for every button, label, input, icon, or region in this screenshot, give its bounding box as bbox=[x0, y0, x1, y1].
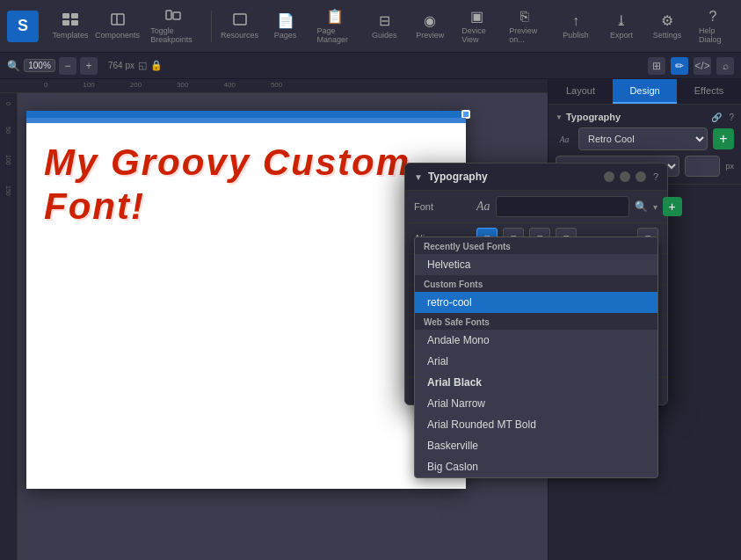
font-aa-icon: Aa bbox=[556, 135, 573, 144]
toolbar-pages[interactable]: 📄 Pages bbox=[265, 9, 307, 43]
ruler-horizontal: 0 100 200 300 400 500 bbox=[0, 79, 548, 93]
collapse-icon[interactable]: ▼ bbox=[556, 113, 563, 121]
font-name-input[interactable] bbox=[496, 196, 629, 217]
font-select-row: Aa Retro Cool + bbox=[556, 127, 734, 150]
app-logo[interactable]: S bbox=[7, 11, 39, 42]
guides-label: Guides bbox=[372, 31, 397, 40]
page-canvas: My Groovy Custom Font! bbox=[26, 111, 466, 489]
add-font-btn[interactable]: + bbox=[713, 128, 734, 149]
toolbar-components[interactable]: Components bbox=[95, 10, 140, 43]
zoom-control: 🔍 − + bbox=[7, 57, 98, 75]
toolbar-preview[interactable]: ◉ Preview bbox=[409, 9, 451, 43]
export-icon: ⤓ bbox=[615, 12, 627, 29]
tab-layout[interactable]: Layout bbox=[548, 79, 613, 104]
font-option-baskerville[interactable]: Baskerville bbox=[415, 435, 657, 456]
toolbar-divider-1 bbox=[211, 11, 212, 42]
canvas-width-label: 764 px bbox=[108, 61, 134, 70]
search-panel-btn[interactable]: ⌕ bbox=[716, 57, 734, 75]
web-safe-section-header: Web Safe Fonts bbox=[415, 313, 657, 330]
components-label: Components bbox=[95, 31, 140, 40]
font-option-arial-rounded[interactable]: Arial Rounded MT Bold bbox=[415, 414, 657, 435]
zoom-input[interactable] bbox=[24, 59, 55, 72]
toolbar-page-manager[interactable]: 📋 Page Manager bbox=[310, 4, 360, 47]
toolbar-device-view[interactable]: ▣ Device View bbox=[454, 4, 498, 47]
toolbar-publish[interactable]: ↑ Publish bbox=[555, 10, 597, 43]
add-font-floating-btn[interactable]: + bbox=[663, 197, 682, 216]
toolbar-guides[interactable]: ⊟ Guides bbox=[363, 9, 405, 43]
toolbar-help[interactable]: ? Help Dialog bbox=[692, 5, 734, 47]
font-option-arial-black[interactable]: Arial Black bbox=[415, 372, 657, 393]
font-size-input[interactable] bbox=[685, 156, 720, 177]
grid-view-btn[interactable]: ⊞ bbox=[648, 57, 665, 75]
device-view-icon: ▣ bbox=[470, 8, 483, 25]
typography-help-icon[interactable]: ? bbox=[729, 113, 734, 122]
zoom-out-btn[interactable]: − bbox=[59, 57, 76, 75]
toolbar-export[interactable]: ⤓ Export bbox=[600, 9, 643, 43]
code-view-btn[interactable]: </> bbox=[694, 57, 711, 75]
publish-label: Publish bbox=[563, 31, 589, 40]
tab-design[interactable]: Design bbox=[613, 79, 677, 104]
preview-icon: ◉ bbox=[424, 12, 436, 29]
zoom-in-btn[interactable]: + bbox=[80, 57, 98, 75]
components-icon bbox=[111, 13, 125, 29]
font-option-andale-mono[interactable]: Andale Mono bbox=[415, 330, 657, 351]
typography-panel-body: Font Aa 🔍 ▾ + Recently Used Fonts Helvet… bbox=[405, 191, 667, 404]
svg-rect-0 bbox=[62, 13, 69, 18]
size-unit: px bbox=[725, 162, 734, 171]
svg-rect-7 bbox=[173, 12, 180, 19]
toolbar-breakpoints[interactable]: Toggle Breakpoints bbox=[143, 5, 204, 47]
resources-icon bbox=[233, 13, 247, 29]
page-manager-icon: 📋 bbox=[326, 8, 344, 25]
font-option-big-caslon[interactable]: Big Caslon bbox=[415, 456, 657, 477]
svg-rect-3 bbox=[71, 20, 78, 25]
lock-icon: 🔒 bbox=[150, 60, 163, 71]
preview-label: Preview bbox=[416, 31, 444, 40]
typography-panel-header[interactable]: ▼ Typography ? bbox=[405, 164, 667, 191]
font-input-row: Font Aa 🔍 ▾ + Recently Used Fonts Helvet… bbox=[405, 191, 667, 223]
design-mode-btn[interactable]: ✏ bbox=[671, 57, 688, 75]
win-btn-1 bbox=[604, 171, 614, 182]
secondary-toolbar: 🔍 − + 764 px ◱ 🔒 ⊞ ✏ </> ⌕ bbox=[0, 53, 741, 79]
guides-icon: ⊟ bbox=[379, 12, 390, 29]
typography-floating-panel: ▼ Typography ? Font Aa 🔍 ▾ + Recently Us… bbox=[404, 163, 668, 405]
font-option-retro-cool[interactable]: retro-cool bbox=[415, 292, 657, 313]
font-option-helvetica[interactable]: Helvetica bbox=[415, 254, 657, 275]
svg-rect-8 bbox=[234, 14, 246, 25]
breakpoints-icon bbox=[165, 9, 181, 25]
preview-on-label: Preview on... bbox=[509, 26, 541, 44]
typography-panel-title: Typography bbox=[428, 171, 488, 183]
settings-label: Settings bbox=[653, 31, 682, 40]
page-content: My Groovy Custom Font! bbox=[26, 123, 466, 247]
svg-rect-6 bbox=[166, 11, 171, 19]
typography-section-title: Typography bbox=[566, 112, 621, 122]
toolbar-settings[interactable]: ⚙ Settings bbox=[646, 9, 688, 43]
page-manager-label: Page Manager bbox=[317, 26, 353, 44]
breakpoints-label: Toggle Breakpoints bbox=[150, 26, 197, 44]
search-icon: 🔍 bbox=[635, 200, 648, 213]
font-dropdown: Recently Used Fonts Helvetica Custom Fon… bbox=[414, 236, 658, 478]
help-label: Help Dialog bbox=[699, 26, 727, 44]
zoom-icon: 🔍 bbox=[7, 60, 20, 72]
typography-link-icon[interactable]: 🔗 bbox=[711, 113, 722, 122]
recently-used-section-header: Recently Used Fonts bbox=[415, 237, 657, 254]
panel-collapse-icon[interactable]: ▼ bbox=[414, 172, 423, 182]
export-label: Export bbox=[610, 31, 633, 40]
svg-rect-2 bbox=[62, 20, 69, 25]
font-option-arial[interactable]: Arial bbox=[415, 351, 657, 372]
toolbar-preview-on[interactable]: ⎘ Preview on... bbox=[502, 5, 548, 47]
panel-help-btn[interactable]: ? bbox=[653, 171, 658, 182]
pages-icon: 📄 bbox=[277, 12, 294, 29]
dropdown-arrow-icon[interactable]: ▾ bbox=[653, 202, 657, 212]
font-select-dropdown[interactable]: Retro Cool bbox=[578, 127, 708, 150]
tab-effects[interactable]: Effects bbox=[677, 79, 741, 104]
win-btn-3 bbox=[636, 171, 646, 182]
preview-on-icon: ⎘ bbox=[520, 9, 529, 25]
font-option-arial-narrow[interactable]: Arial Narrow bbox=[415, 393, 657, 414]
toolbar-resources[interactable]: Resources bbox=[219, 10, 261, 43]
templates-label: Templates bbox=[52, 31, 88, 40]
publish-icon: ↑ bbox=[572, 13, 579, 29]
typography-title-row: ▼ Typography bbox=[414, 171, 488, 183]
toolbar-templates[interactable]: Templates bbox=[49, 10, 91, 43]
win-btn-2 bbox=[620, 171, 630, 182]
custom-fonts-section-header: Custom Fonts bbox=[415, 275, 657, 292]
